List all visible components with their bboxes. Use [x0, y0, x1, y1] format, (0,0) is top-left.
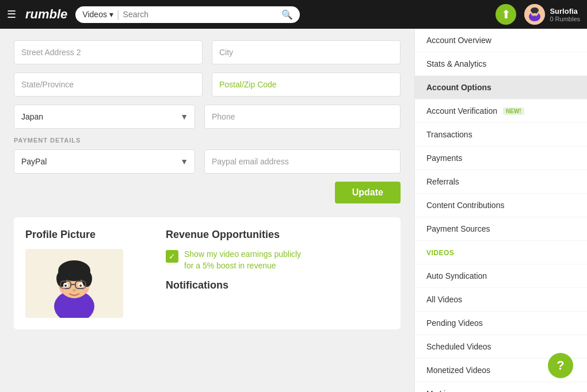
top-navigation: ☰ rumble Videos ▾ | 🔍 ⬆	[0, 0, 587, 29]
divider: |	[117, 9, 120, 21]
city-input[interactable]	[212, 40, 401, 64]
new-badge: NEW!	[503, 107, 524, 115]
revenue-option-1: ✓ Show my video earnings publiclyfor a 5…	[166, 249, 389, 271]
state-province-input[interactable]	[14, 72, 203, 97]
sidebar-label: Account Overview	[426, 36, 491, 45]
sidebar-label: Content Contributions	[426, 201, 504, 210]
svg-point-18	[64, 285, 67, 287]
sidebar-item-referrals[interactable]: Referrals	[415, 170, 587, 194]
svg-point-5	[536, 12, 538, 14]
bottom-section: Profile Picture	[14, 217, 401, 329]
rumbles-count: 0 Rumbles	[550, 16, 580, 22]
profile-picture-title: Profile Picture	[25, 229, 152, 241]
search-bar: Videos ▾ | 🔍	[75, 6, 300, 23]
sidebar-label: All Videos	[426, 295, 462, 304]
sidebar-item-my-licenses[interactable]: My Licenses	[415, 382, 587, 392]
country-select-wrap: Japan United States Canada United Kingdo…	[14, 105, 195, 129]
chevron-down-icon: ▾	[109, 10, 113, 19]
sidebar-label: Stats & Analytics	[426, 59, 486, 68]
main-content: Japan United States Canada United Kingdo…	[0, 29, 414, 392]
page-layout: Japan United States Canada United Kingdo…	[0, 29, 587, 392]
svg-point-3	[531, 7, 539, 13]
payment-method-wrap: PayPal Bank Transfer ▼	[14, 149, 195, 174]
sidebar-item-account-verification[interactable]: Account Verification NEW!	[415, 99, 587, 123]
profile-picture-box[interactable]	[25, 249, 123, 318]
payment-details-label: PAYMENT DETAILS	[14, 137, 401, 144]
sidebar: Account Overview Stats & Analytics Accou…	[414, 29, 587, 392]
sidebar-item-payments[interactable]: Payments	[415, 147, 587, 170]
sidebar-item-account-overview[interactable]: Account Overview	[415, 29, 587, 52]
hamburger-icon[interactable]: ☰	[7, 8, 16, 21]
address-row-3: Japan United States Canada United Kingdo…	[14, 105, 401, 129]
revenue-option-text: Show my video earnings publiclyfor a 5% …	[184, 249, 301, 271]
upload-icon: ⬆	[501, 7, 511, 21]
svg-point-20	[73, 289, 76, 291]
svg-rect-6	[532, 15, 538, 16]
sidebar-item-stats-analytics[interactable]: Stats & Analytics	[415, 52, 587, 76]
sidebar-label: Scheduled Videos	[426, 342, 491, 351]
address-row-2	[14, 72, 401, 97]
avatar-illustration	[40, 249, 109, 318]
payment-row: PayPal Bank Transfer ▼	[14, 149, 401, 174]
sidebar-label: Pending Videos	[426, 318, 483, 328]
avatar	[524, 4, 545, 25]
svg-point-21	[60, 287, 66, 293]
profile-picture-section: Profile Picture	[25, 229, 152, 318]
sidebar-item-payment-sources[interactable]: Payment Sources	[415, 217, 587, 241]
sidebar-label: Account Options	[426, 83, 491, 92]
payment-method-select[interactable]: PayPal Bank Transfer	[14, 149, 195, 174]
search-input[interactable]	[123, 10, 279, 19]
checkbox-checked[interactable]: ✓	[166, 250, 178, 263]
svg-point-4	[532, 12, 534, 14]
update-button[interactable]: Update	[335, 182, 401, 203]
sidebar-item-account-options[interactable]: Account Options	[415, 76, 587, 99]
paypal-email-input[interactable]	[204, 149, 401, 174]
sidebar-label: Account Verification	[426, 106, 497, 116]
sidebar-label: Auto Syndication	[426, 271, 487, 280]
sidebar-label: VIDEOS	[426, 249, 454, 257]
svg-point-22	[83, 287, 89, 293]
sidebar-item-all-videos[interactable]: All Videos	[415, 288, 587, 312]
address-row-1	[14, 40, 401, 64]
upload-button[interactable]: ⬆	[495, 4, 516, 25]
svg-point-12	[82, 271, 92, 287]
rumble-logo[interactable]: rumble	[25, 7, 67, 22]
search-icon[interactable]: 🔍	[281, 9, 293, 20]
sidebar-section-videos: VIDEOS	[415, 241, 587, 264]
postal-zip-input[interactable]	[212, 72, 401, 97]
sidebar-item-pending-videos[interactable]: Pending Videos	[415, 312, 587, 335]
sidebar-item-transactions[interactable]: Transactions	[415, 123, 587, 147]
sidebar-label: Payment Sources	[426, 224, 490, 233]
user-info: Surlofia 0 Rumbles	[550, 7, 580, 22]
topnav-right: ⬆ Surlofia 0 Rumbles	[495, 4, 580, 25]
phone-input[interactable]	[204, 105, 401, 129]
user-menu[interactable]: Surlofia 0 Rumbles	[524, 4, 580, 25]
revenue-section: Revenue Opportunities ✓ Show my video ea…	[166, 229, 389, 318]
notifications-title: Notifications	[166, 279, 389, 291]
sidebar-item-content-contributions[interactable]: Content Contributions	[415, 194, 587, 217]
update-row: Update	[14, 182, 401, 203]
svg-point-19	[79, 285, 82, 287]
username: Surlofia	[550, 7, 580, 16]
sidebar-label: Monetized Videos	[426, 366, 490, 375]
sidebar-item-auto-syndication[interactable]: Auto Syndication	[415, 264, 587, 288]
videos-dropdown[interactable]: Videos ▾	[82, 10, 113, 19]
street-address-2-input[interactable]	[14, 40, 203, 64]
sidebar-label: Payments	[426, 153, 462, 163]
sidebar-label: Referrals	[426, 177, 459, 186]
sidebar-label: Transactions	[426, 130, 472, 139]
revenue-title: Revenue Opportunities	[166, 229, 389, 241]
sidebar-label: My Licenses	[426, 389, 471, 392]
country-select[interactable]: Japan United States Canada United Kingdo…	[14, 105, 195, 129]
help-button[interactable]: ?	[548, 353, 573, 378]
